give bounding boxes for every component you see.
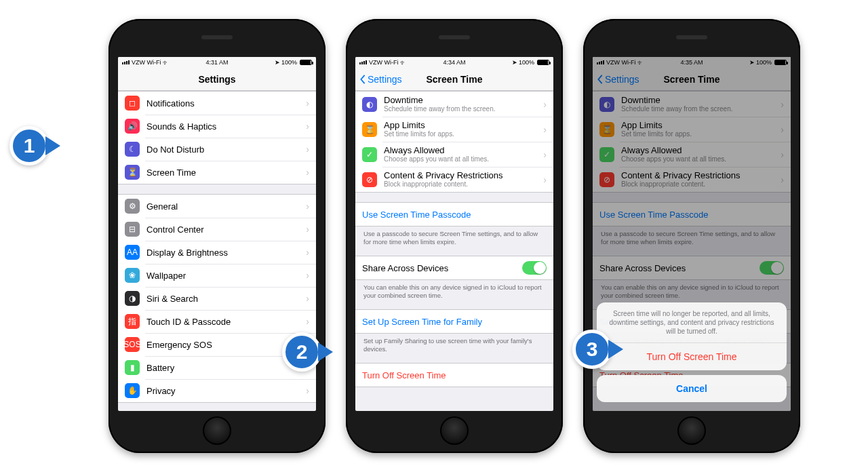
share-toggle[interactable]	[760, 261, 784, 275]
step-badge-3: 3	[572, 330, 612, 369]
chevron-icon: ›	[781, 174, 784, 185]
family-row[interactable]: Set Up Screen Time for Family	[355, 310, 553, 333]
chevron-icon: ›	[306, 247, 309, 258]
row-icon: SOS	[125, 337, 140, 352]
page-title: Settings	[198, 74, 235, 85]
row-label: General	[146, 201, 306, 212]
row-icon: ◐	[362, 97, 377, 112]
screentime-row-app-limits[interactable]: ⌛App LimitsSet time limits for apps.›	[593, 117, 791, 142]
share-footer: You can enable this on any device signed…	[355, 280, 553, 300]
row-label: Sounds & Haptics	[146, 121, 306, 132]
chevron-icon: ›	[543, 174, 547, 185]
row-label: Always Allowed	[384, 145, 543, 155]
clock: 4:34 AM	[355, 59, 553, 66]
chevron-icon: ›	[306, 385, 309, 396]
row-icon: ⌛	[362, 122, 377, 137]
back-button[interactable]: Settings	[359, 74, 402, 85]
row-label: Downtime	[621, 95, 781, 105]
chevron-icon: ›	[543, 149, 547, 160]
row-icon: ⊘	[362, 172, 377, 187]
nav-bar: Settings Screen Time	[593, 68, 791, 91]
share-toggle[interactable]	[522, 261, 547, 275]
screentime-row-content-privacy-restrictions[interactable]: ⊘Content & Privacy RestrictionsBlock ina…	[355, 167, 553, 192]
row-label: Downtime	[384, 95, 543, 105]
chevron-icon: ›	[306, 224, 309, 235]
screentime-row-app-limits[interactable]: ⌛App LimitsSet time limits for apps.›	[355, 117, 553, 142]
row-label: App Limits	[384, 120, 543, 130]
screentime-row-always-allowed[interactable]: ✓Always AllowedChoose apps you want at a…	[593, 142, 791, 167]
settings-row-wallpaper[interactable]: ❀Wallpaper›	[118, 264, 316, 287]
row-icon: ✋	[125, 383, 140, 398]
clock: 4:31 AM	[118, 59, 316, 66]
settings-row-siri-search[interactable]: ◑Siri & Search›	[118, 287, 316, 310]
row-subtitle: Block inappropriate content.	[384, 180, 543, 189]
row-icon: ◻︎	[125, 96, 140, 111]
battery-icon	[300, 60, 312, 65]
screentime-row-downtime[interactable]: ◐DowntimeSchedule time away from the scr…	[355, 92, 553, 117]
step-badge-2: 2	[282, 332, 321, 372]
row-subtitle: Schedule time away from the screen.	[621, 105, 781, 113]
chevron-icon: ›	[306, 270, 309, 281]
screentime-row-always-allowed[interactable]: ✓Always AllowedChoose apps you want at a…	[355, 142, 553, 167]
turn-off-row[interactable]: Turn Off Screen Time	[355, 363, 553, 387]
chevron-icon: ›	[781, 99, 784, 110]
settings-row-sounds-haptics[interactable]: 🔊Sounds & Haptics›	[118, 115, 316, 138]
settings-row-privacy[interactable]: ✋Privacy›	[118, 379, 316, 402]
row-icon: ◐	[599, 97, 614, 112]
share-devices-row[interactable]: Share Across Devices	[355, 256, 553, 279]
screentime-row-content-privacy-restrictions[interactable]: ⊘Content & Privacy RestrictionsBlock ina…	[593, 167, 791, 192]
use-passcode-row[interactable]: Use Screen Time Passcode	[593, 203, 791, 226]
row-icon: ⊘	[599, 172, 614, 187]
row-icon: ▮	[125, 360, 140, 375]
settings-row-notifications[interactable]: ◻︎Notifications›	[118, 92, 316, 115]
row-subtitle: Choose apps you want at all times.	[621, 155, 781, 163]
row-label: Touch ID & Passcode	[146, 317, 306, 327]
chevron-icon: ›	[543, 99, 547, 110]
screentime-row-downtime[interactable]: ◐DowntimeSchedule time away from the scr…	[593, 92, 791, 117]
row-subtitle: Block inappropriate content.	[621, 180, 781, 189]
settings-row-control-center[interactable]: ⊟Control Center›	[118, 218, 316, 241]
row-label: App Limits	[621, 120, 781, 130]
settings-row-general[interactable]: ⚙︎General›	[118, 195, 316, 218]
chevron-icon: ›	[306, 316, 309, 327]
row-icon: ⊟	[125, 222, 140, 237]
row-subtitle: Choose apps you want at all times.	[384, 155, 543, 163]
back-label: Settings	[605, 74, 639, 85]
row-icon: ✓	[599, 147, 614, 162]
use-passcode-row[interactable]: Use Screen Time Passcode	[355, 203, 553, 226]
row-icon: ☾	[125, 142, 140, 157]
sheet-turn-off[interactable]: Turn Off Screen Time	[597, 343, 787, 370]
passcode-footer: Use a passcode to secure Screen Time set…	[593, 227, 791, 246]
battery-icon	[537, 60, 549, 65]
clock: 4:35 AM	[593, 59, 791, 66]
share-footer: You can enable this on any device signed…	[593, 280, 791, 300]
row-label: Content & Privacy Restrictions	[621, 170, 781, 180]
chevron-icon: ›	[781, 124, 784, 135]
settings-row-screen-time[interactable]: ⏳Screen Time›	[118, 161, 316, 184]
chevron-icon: ›	[306, 167, 309, 178]
row-icon: ◑	[125, 291, 140, 306]
back-button[interactable]: Settings	[597, 74, 639, 85]
row-label: Wallpaper	[146, 271, 306, 281]
row-subtitle: Set time limits for apps.	[621, 130, 781, 138]
row-icon: ⌛	[599, 122, 614, 137]
settings-row-do-not-disturb[interactable]: ☾Do Not Disturb›	[118, 138, 316, 161]
share-devices-row[interactable]: Share Across Devices	[593, 256, 791, 279]
settings-row-touch-id-passcode[interactable]: 指Touch ID & Passcode›	[118, 310, 316, 333]
row-label: Display & Brightness	[146, 248, 306, 258]
chevron-icon: ›	[306, 98, 309, 109]
row-label: Always Allowed	[621, 145, 781, 155]
page-title: Screen Time	[426, 74, 482, 85]
nav-bar: Settings Screen Time	[355, 68, 553, 91]
settings-row-display-brightness[interactable]: AADisplay & Brightness›	[118, 241, 316, 264]
status-bar: VZW Wi-Fi ᯤ 4:35 AM ➤ 100%	[593, 57, 791, 68]
nav-bar: Settings	[118, 68, 316, 91]
status-bar: VZW Wi-Fi ᯤ 4:31 AM ➤ 100%	[118, 57, 316, 68]
chevron-icon: ›	[306, 144, 309, 155]
tutorial-stage: VZW Wi-Fi ᯤ 4:31 AM ➤ 100% Settings ◻︎No…	[0, 0, 868, 472]
sheet-cancel[interactable]: Cancel	[597, 375, 787, 402]
row-subtitle: Schedule time away from the screen.	[384, 105, 543, 113]
row-icon: AA	[125, 245, 140, 260]
row-icon: ⚙︎	[125, 199, 140, 214]
row-label: Control Center	[146, 224, 306, 235]
